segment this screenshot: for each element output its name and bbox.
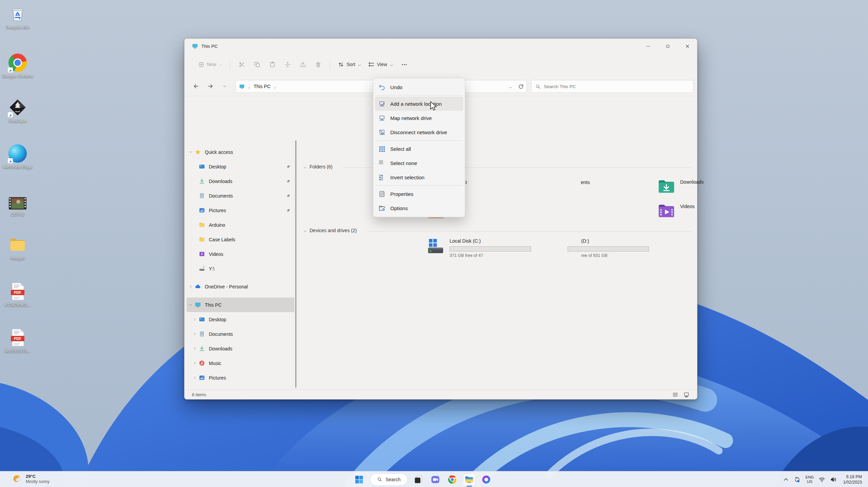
sidebar-item-music[interactable]: Music bbox=[186, 356, 296, 370]
see-more-button[interactable] bbox=[397, 58, 412, 71]
tile-videos[interactable]: Videos bbox=[657, 201, 695, 220]
close-button[interactable] bbox=[677, 39, 697, 54]
sidebar-item-documents[interactable]: Documents bbox=[186, 188, 296, 203]
view-button[interactable]: View bbox=[365, 59, 397, 70]
tray-overflow-chevron[interactable] bbox=[783, 476, 789, 483]
minimize-button[interactable] bbox=[638, 39, 658, 54]
taskbar-chrome-task-button[interactable] bbox=[447, 474, 458, 485]
new-button[interactable]: New bbox=[195, 59, 226, 70]
folders-section-header[interactable]: Folders (6) bbox=[303, 164, 333, 169]
refresh-button[interactable] bbox=[518, 84, 524, 89]
taskbar-search[interactable]: Search bbox=[370, 474, 407, 485]
menu-item-disconnect-network-drive[interactable]: Disconnect network drive bbox=[375, 125, 463, 139]
wifi-icon[interactable] bbox=[818, 476, 825, 483]
sidebar-item-downloads[interactable]: Downloads bbox=[186, 174, 296, 188]
sidebar-item-case-labels[interactable]: Case Labels bbox=[186, 232, 296, 247]
desktop-icon-inkscape[interactable]: Inkscape bbox=[0, 98, 35, 123]
sidebar-item-label: Documents bbox=[209, 331, 233, 337]
menu-item-map-network-drive[interactable]: Map network drive bbox=[375, 111, 463, 125]
desktop-icon-recycle-bin[interactable]: Recycle Bin bbox=[0, 5, 35, 30]
sidebar-gap bbox=[186, 294, 296, 298]
cut-button[interactable] bbox=[234, 58, 250, 71]
clock[interactable]: 5:18 PM 1/02/2023 bbox=[843, 474, 862, 485]
menu-item-undo[interactable]: Undo bbox=[375, 80, 463, 94]
taskbar-task-view-button[interactable] bbox=[413, 474, 424, 485]
paste-button[interactable] bbox=[265, 58, 280, 71]
sidebar-item-videos[interactable]: Videos bbox=[186, 385, 296, 389]
net-map-icon bbox=[378, 115, 386, 122]
desktop-icon-672678962[interactable]: PDF 672678962... bbox=[0, 282, 35, 307]
sidebar-item-y[interactable]: 2 Y:\ bbox=[186, 261, 296, 276]
taskbar-start-button[interactable] bbox=[353, 474, 365, 485]
desktop-icon-label: Microsoft Edge bbox=[0, 164, 35, 169]
delete-button[interactable] bbox=[311, 58, 326, 71]
downloads-icon bbox=[199, 345, 205, 352]
copy-button[interactable] bbox=[250, 58, 265, 71]
menu-item-label: Options bbox=[390, 205, 408, 211]
sidebar-item-downloads[interactable]: Downloads bbox=[186, 341, 296, 356]
back-button[interactable] bbox=[190, 80, 202, 93]
sidebar-item-pictures[interactable]: Pictures bbox=[186, 370, 296, 385]
devices-header-label: Devices and drives (2) bbox=[310, 228, 357, 233]
sidebar-item-desktop[interactable]: Desktop bbox=[186, 159, 296, 174]
rename-button[interactable] bbox=[280, 58, 295, 71]
details-view-button[interactable] bbox=[672, 392, 678, 398]
menu-item-invert-selection[interactable]: Invert selection bbox=[375, 170, 463, 184]
sidebar-item-pictures[interactable]: Pictures bbox=[186, 203, 296, 218]
system-tray: ENG US 5:18 PM 1/02/2023 bbox=[783, 471, 865, 487]
volume-icon[interactable] bbox=[830, 476, 837, 483]
sidebar-section-this-pc[interactable]: This PC bbox=[186, 298, 296, 312]
taskbar-chat-button[interactable] bbox=[430, 474, 441, 485]
weather-temp: 29°C bbox=[26, 474, 50, 479]
sort-button[interactable]: Sort bbox=[334, 59, 365, 70]
maximize-button[interactable] bbox=[658, 39, 677, 54]
search-input[interactable] bbox=[544, 84, 689, 89]
sidebar-item-videos[interactable]: Videos bbox=[186, 247, 296, 261]
breadcrumb-this-pc[interactable]: This PC bbox=[254, 84, 271, 89]
desktop-icon-microsoft-edge[interactable]: Microsoft Edge bbox=[0, 144, 35, 169]
sidebar-item-desktop[interactable]: Desktop bbox=[186, 312, 296, 327]
menu-item-options[interactable]: Options bbox=[375, 201, 463, 215]
desktop-icon-660515378[interactable]: PDF 660515378... bbox=[0, 328, 35, 353]
sidebar-item-label: Downloads bbox=[209, 179, 232, 184]
taskbar-explorer-button[interactable] bbox=[463, 474, 475, 485]
sidebar-section-quick-access[interactable]: Quick access bbox=[186, 145, 296, 159]
menu-item-label: Map network drive bbox=[390, 115, 432, 121]
navigation-pane: Quick access Desktop Downloads Documents… bbox=[184, 96, 299, 389]
menu-item-add-a-network-location[interactable]: Add a network location bbox=[375, 97, 463, 111]
sidebar-scrollbar[interactable] bbox=[294, 140, 297, 386]
titlebar[interactable]: This PC bbox=[184, 39, 697, 54]
weather-widget[interactable]: 29°C Mostly sunny bbox=[12, 473, 50, 484]
rename-icon bbox=[284, 61, 291, 68]
tile-downloads[interactable]: Downloads bbox=[657, 177, 704, 196]
share-button[interactable] bbox=[295, 58, 311, 71]
recent-locations-button[interactable] bbox=[218, 80, 231, 93]
desktop-icon-label: Inkscape bbox=[0, 118, 35, 123]
devices-section-header[interactable]: Devices and drives (2) bbox=[303, 228, 357, 233]
menu-item-select-all[interactable]: Select all bbox=[375, 142, 463, 156]
sidebar-section-onedrive-personal[interactable]: OneDrive - Personal bbox=[186, 279, 296, 294]
tile-label: Downloads bbox=[680, 179, 704, 196]
forward-button[interactable] bbox=[204, 80, 216, 93]
pdf-icon: PDF bbox=[8, 328, 27, 347]
sync-icon[interactable] bbox=[794, 476, 801, 483]
tile-documents-label-fragment[interactable]: ents bbox=[581, 180, 590, 185]
scrollbar-thumb[interactable] bbox=[295, 140, 296, 388]
desktop-icon-images[interactable]: Images bbox=[0, 236, 35, 261]
sidebar-item-documents[interactable]: Documents bbox=[186, 327, 296, 341]
menu-item-properties[interactable]: Properties bbox=[375, 187, 463, 201]
taskbar-office-app-button[interactable] bbox=[480, 474, 492, 485]
share-icon bbox=[300, 61, 306, 68]
sidebar-item-arduino[interactable]: Arduino bbox=[186, 218, 296, 232]
desktop-icon-google-chrome[interactable]: Google Chrome bbox=[0, 54, 35, 79]
menu-separator bbox=[376, 185, 462, 186]
desktop-icon-c0742[interactable]: C0742 bbox=[0, 194, 35, 217]
large-thumbnails-view-button[interactable] bbox=[683, 392, 690, 398]
search-box[interactable] bbox=[531, 80, 694, 93]
drive-d-capacity-bar bbox=[568, 246, 649, 251]
menu-item-label: Disconnect network drive bbox=[390, 129, 447, 135]
view-icon bbox=[368, 61, 375, 68]
language-indicator[interactable]: ENG US bbox=[805, 475, 814, 484]
address-dropdown-button[interactable] bbox=[509, 85, 512, 88]
menu-item-select-none[interactable]: Select none bbox=[375, 156, 463, 170]
